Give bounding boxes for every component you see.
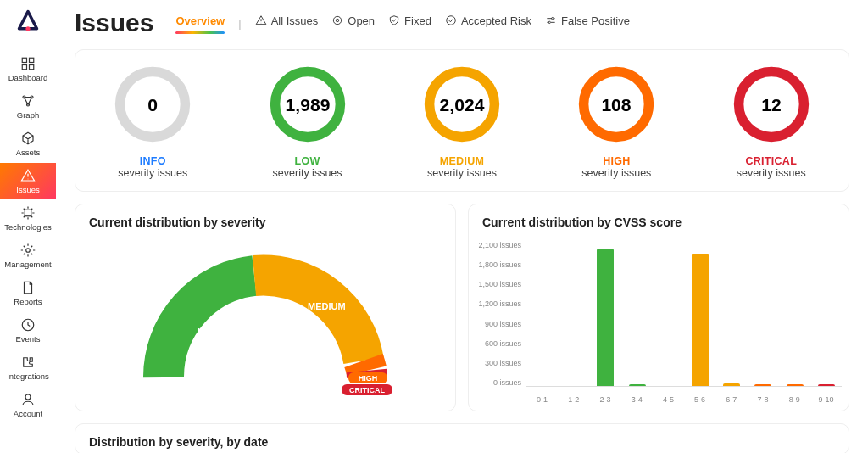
tab-label: Open (348, 14, 375, 27)
tab-label: Accepted Risk (461, 14, 531, 27)
sidebar-item-label: Dashboard (8, 73, 47, 82)
cpu-icon (20, 205, 36, 221)
sidebar-item-dashboard[interactable]: Dashboard (0, 51, 56, 87)
sidebar-item-label: Account (14, 409, 42, 418)
svg-rect-8 (25, 210, 31, 216)
bar[interactable] (754, 384, 771, 386)
ring-info: 0 (112, 64, 193, 145)
main-content: Issues Overview | All Issues Open Fixed … (56, 0, 868, 453)
severity-label: INFO (140, 155, 166, 167)
tab-open[interactable]: Open (331, 14, 375, 32)
target-icon (331, 14, 343, 26)
svg-point-16 (548, 21, 550, 23)
bar[interactable] (787, 384, 804, 386)
svg-point-15 (552, 18, 554, 20)
clock-icon (20, 317, 36, 333)
bar[interactable] (692, 254, 709, 386)
sidebar-item-management[interactable]: Management (0, 238, 56, 273)
sidebar-item-reports[interactable]: Reports (0, 275, 56, 310)
tab-false-positive[interactable]: False Positive (545, 14, 630, 32)
svg-rect-4 (30, 65, 34, 70)
alert-triangle-icon (20, 168, 36, 183)
severity-sub: severity issues (427, 167, 497, 179)
sidebar-item-account[interactable]: Account (0, 387, 56, 422)
tab-all-issues[interactable]: All Issues (255, 14, 319, 32)
svg-point-9 (26, 249, 31, 253)
tab-label: All Issues (271, 14, 319, 27)
ring-low: 1,989 (267, 64, 348, 145)
severity-sub: severity issues (118, 167, 187, 179)
tab-label: False Positive (561, 14, 630, 27)
tabs: Overview | All Issues Open Fixed Accepte… (175, 14, 629, 32)
bar[interactable] (818, 384, 835, 386)
bar[interactable] (723, 383, 740, 386)
svg-point-14 (447, 16, 456, 25)
severity-sub: severity issues (737, 167, 806, 179)
sidebar-item-graph[interactable]: Graph (0, 88, 56, 124)
page-title: Issues (75, 8, 153, 37)
sliders-icon (545, 14, 557, 26)
severity-label: LOW (295, 155, 320, 167)
severity-label: HIGH (603, 155, 630, 167)
svg-text:LOW: LOW (198, 327, 220, 337)
svg-rect-3 (22, 65, 26, 70)
graph-icon (20, 93, 36, 109)
svg-point-0 (25, 26, 30, 31)
svg-text:HIGH: HIGH (359, 374, 378, 383)
svg-text:MEDIUM: MEDIUM (308, 301, 346, 311)
ring-medium: 2,024 (421, 64, 503, 145)
panel-title: Current distribution by CVSS score (469, 204, 849, 234)
document-icon (20, 280, 36, 295)
sidebar-item-issues[interactable]: Issues (0, 163, 56, 199)
shield-check-icon (388, 14, 400, 26)
panel-title: Current distribution by severity (75, 204, 455, 234)
severity-summary: 0 INFO severity issues 1,989 LOW severit… (75, 49, 849, 192)
svg-point-13 (337, 19, 340, 22)
puzzle-icon (20, 355, 36, 370)
bar[interactable] (597, 249, 614, 386)
bar[interactable] (629, 384, 646, 386)
alert-triangle-icon (255, 14, 267, 26)
panel-title: Distribution by severity, by date (75, 424, 849, 453)
cube-icon (20, 131, 36, 146)
panel-dist-by-date: Distribution by severity, by date (75, 423, 849, 453)
sidebar-item-label: Events (15, 334, 40, 344)
severity-label: MEDIUM (440, 155, 485, 167)
severity-sub: severity issues (273, 167, 342, 179)
sidebar-item-label: Graph (17, 110, 39, 120)
sidebar-item-integrations[interactable]: Integrations (0, 350, 56, 385)
severity-info[interactable]: 0 INFO severity issues (81, 64, 225, 179)
tab-accepted-risk[interactable]: Accepted Risk (445, 14, 531, 32)
ring-high: 108 (576, 64, 657, 145)
ring-critical: 12 (731, 64, 812, 145)
x-axis: 0-11-22-33-44-55-66-77-88-99-10 (526, 395, 842, 404)
sidebar-item-assets[interactable]: Assets (0, 126, 56, 161)
svg-rect-1 (22, 58, 26, 62)
severity-low[interactable]: 1,989 LOW severity issues (236, 64, 380, 179)
gear-icon (20, 243, 36, 258)
svg-rect-2 (30, 58, 34, 62)
svg-text:12: 12 (761, 95, 781, 115)
y-axis: 2,100 issues1,800 issues1,500 issues1,20… (474, 241, 521, 387)
sidebar-item-label: Integrations (7, 372, 49, 381)
sidebar-item-technologies[interactable]: Technologies (0, 200, 56, 236)
sidebar-item-label: Technologies (4, 222, 51, 232)
tab-overview[interactable]: Overview (175, 14, 225, 32)
cvss-bar-chart: 2,100 issues1,800 issues1,500 issues1,20… (469, 234, 849, 411)
sidebar-item-label: Assets (16, 148, 41, 157)
tab-divider: | (238, 17, 241, 30)
svg-text:2,024: 2,024 (440, 95, 485, 115)
app-logo (15, 8, 41, 34)
severity-high[interactable]: 108 HIGH severity issues (544, 64, 688, 179)
sidebar-item-label: Reports (14, 297, 42, 306)
sidebar-item-label: Management (4, 260, 51, 269)
check-circle-icon (445, 14, 457, 26)
user-icon (20, 392, 36, 407)
severity-medium[interactable]: 2,024 MEDIUM severity issues (390, 64, 534, 179)
svg-text:CRITICAL: CRITICAL (349, 386, 385, 394)
tab-fixed[interactable]: Fixed (388, 14, 431, 32)
severity-critical[interactable]: 12 CRITICAL severity issues (699, 64, 843, 179)
svg-point-12 (334, 16, 342, 24)
sidebar-item-events[interactable]: Events (0, 312, 56, 348)
sidebar-item-label: Issues (16, 185, 39, 194)
